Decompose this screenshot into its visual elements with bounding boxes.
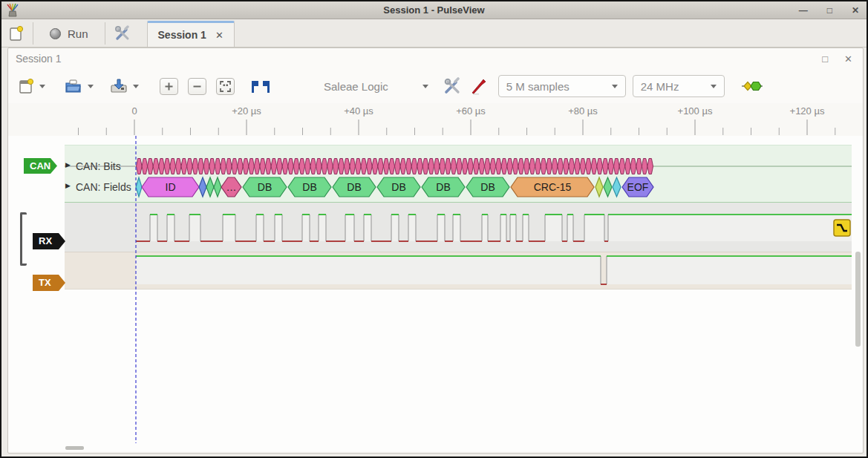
expand-row-icon[interactable]: ▶ — [65, 182, 71, 189]
chevron-down-icon[interactable] — [88, 85, 94, 88]
maximize-icon[interactable]: □ — [827, 6, 832, 15]
new-view-button[interactable] — [19, 78, 45, 94]
tab-label: Session 1 — [158, 29, 206, 41]
window-title: Session 1 - PulseView — [1, 4, 867, 16]
sample-count-value: 5 M samples — [506, 80, 570, 93]
channel-tag-rx[interactable]: RX — [33, 233, 65, 249]
session-toolbar: Saleae Logic 5 M samples 24 MHz — [8, 70, 863, 102]
decoder-tag-label: CAN — [30, 160, 50, 171]
sample-rate-select[interactable]: 24 MHz — [633, 75, 725, 97]
session-pane-header: Session 1 □ ✕ — [8, 49, 863, 68]
add-decoder-button[interactable] — [741, 80, 763, 92]
tab-close-icon[interactable]: ✕ — [215, 30, 223, 41]
decoder-row-fields-label[interactable]: CAN: Fields — [76, 181, 131, 193]
session-pane — [7, 48, 864, 454]
device-name: Saleae Logic — [324, 80, 388, 93]
run-button[interactable]: Run — [42, 24, 96, 43]
chevron-down-icon — [612, 85, 618, 88]
minimize-icon[interactable]: — — [799, 6, 808, 15]
toolbar-separator — [33, 22, 33, 45]
channel-tag-label: TX — [39, 277, 51, 288]
decoder-tag-can[interactable]: CAN — [24, 158, 57, 174]
close-icon[interactable]: ✕ — [852, 6, 859, 15]
sample-count-select[interactable]: 5 M samples — [498, 75, 626, 97]
zoom-fit-button[interactable] — [216, 78, 235, 95]
channel-tag-label: RX — [39, 235, 52, 246]
run-state-icon — [50, 28, 61, 39]
zoom-in-button[interactable] — [160, 78, 178, 95]
new-session-button[interactable] — [9, 25, 24, 42]
save-icon — [110, 78, 128, 94]
new-document-icon — [19, 78, 34, 94]
new-document-icon — [9, 25, 24, 42]
chevron-down-icon — [422, 85, 428, 88]
open-button[interactable] — [65, 79, 94, 94]
toolbar-separator — [105, 22, 105, 45]
probe-icon — [470, 77, 488, 95]
wrench-screwdriver-icon — [114, 25, 131, 42]
channels-button[interactable] — [470, 77, 488, 95]
chevron-down-icon[interactable] — [133, 85, 139, 88]
chevron-down-icon[interactable] — [39, 85, 45, 88]
zoom-fit-icon — [220, 81, 231, 92]
run-label: Run — [68, 27, 88, 40]
settings-button[interactable] — [114, 25, 131, 42]
tab-session-1[interactable]: Session 1 ✕ — [147, 21, 235, 47]
titlebar[interactable]: Session 1 - PulseView — □ ✕ — [1, 1, 867, 19]
wrench-screwdriver-icon — [443, 77, 461, 95]
show-cursors-button[interactable] — [251, 80, 270, 93]
save-button[interactable] — [110, 78, 139, 94]
close-pane-icon[interactable]: ✕ — [844, 53, 852, 65]
main-toolbar: Run Session 1 ✕ — [1, 20, 867, 48]
session-pane-title: Session 1 — [16, 53, 61, 65]
device-selector[interactable]: Saleae Logic — [324, 80, 428, 93]
pulseview-window: Session 1 - PulseView — □ ✕ Run — [0, 0, 868, 458]
channel-tag-tx[interactable]: TX — [33, 275, 65, 291]
channel-group-bracket[interactable] — [20, 212, 27, 266]
open-folder-icon — [65, 79, 82, 94]
decoder-icon — [741, 80, 763, 92]
float-pane-icon[interactable]: □ — [822, 53, 828, 65]
zoom-out-button[interactable] — [188, 78, 206, 95]
minus-icon — [192, 82, 202, 91]
chevron-down-icon — [711, 85, 717, 88]
sample-rate-value: 24 MHz — [641, 80, 679, 93]
expand-row-icon[interactable]: ▶ — [65, 161, 71, 169]
flags-icon — [251, 80, 270, 93]
plus-icon — [164, 82, 174, 91]
configure-device-button[interactable] — [443, 77, 461, 95]
decoder-row-bits-label[interactable]: CAN: Bits — [76, 160, 121, 172]
